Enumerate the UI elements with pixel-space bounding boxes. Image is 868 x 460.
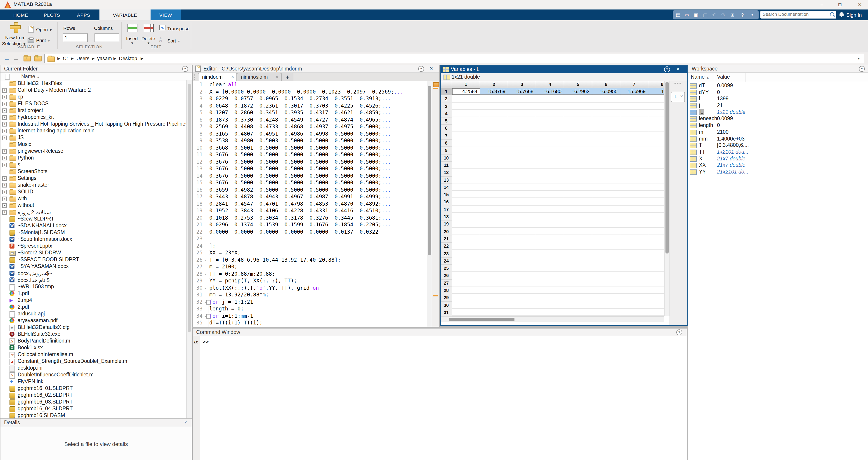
table-cell[interactable] <box>592 302 620 308</box>
table-cell[interactable] <box>508 206 536 213</box>
table-cell[interactable] <box>452 287 480 294</box>
table-cell[interactable]: 4.2584 <box>452 88 480 95</box>
column-header-2[interactable]: 2 <box>480 81 508 88</box>
table-cell[interactable] <box>452 96 480 103</box>
table-cell[interactable] <box>508 140 536 146</box>
chevron-down-icon[interactable]: ∨ <box>184 420 187 424</box>
insert-icon[interactable] <box>127 24 137 32</box>
table-cell[interactable] <box>592 250 620 257</box>
table-cell[interactable] <box>564 162 592 169</box>
table-cell[interactable] <box>620 221 648 228</box>
file-row[interactable]: Constant_Strength_SourceDoublet_Example.… <box>0 358 186 365</box>
table-cell[interactable] <box>592 287 620 294</box>
table-cell[interactable] <box>648 235 664 242</box>
table-cell[interactable] <box>452 191 480 198</box>
code-line[interactable]: 31-mm = 13.92/20.88*m; <box>193 291 427 298</box>
table-cell[interactable] <box>620 235 648 242</box>
table-row[interactable]: 30 <box>441 302 664 309</box>
details-header[interactable]: Details ∨ <box>0 419 192 427</box>
insert-button[interactable]: Insert <box>123 36 141 41</box>
table-cell[interactable] <box>564 265 592 272</box>
code-line[interactable]: 35-dT=TT(i+1)-TT(i); <box>193 320 427 326</box>
code-area[interactable]: 1-clear all2-X = [0.0000 0.0000 0.0000 0… <box>193 81 427 327</box>
table-cell[interactable] <box>480 302 508 308</box>
workspace-row-length[interactable]: length0 <box>688 122 868 129</box>
help-icon[interactable]: ? <box>738 10 747 20</box>
table-cell[interactable] <box>620 243 648 250</box>
column-header-4[interactable]: 4 <box>536 81 564 88</box>
code-line[interactable]: 32-−for j = 1:1:21 <box>193 298 427 305</box>
table-cell[interactable] <box>508 243 536 250</box>
file-row[interactable]: aryayasaman.pdf <box>0 317 186 324</box>
file-row[interactable]: desktop.ini <box>0 365 186 371</box>
table-cell[interactable] <box>480 125 508 132</box>
table-cell[interactable] <box>564 147 592 154</box>
table-cell[interactable] <box>620 213 648 220</box>
table-cell[interactable] <box>592 199 620 206</box>
file-row[interactable]: P~$present.pptx <box>0 243 186 250</box>
table-cell[interactable] <box>508 162 536 169</box>
file-row[interactable]: CollocationInternalise.m <box>0 351 186 358</box>
table-cell[interactable] <box>536 265 564 272</box>
file-row[interactable]: DBLHeliSuite32.exe <box>0 331 186 337</box>
table-cell[interactable] <box>452 228 480 235</box>
file-row[interactable]: ~$rotor2.SLDDRW <box>0 250 186 256</box>
file-row[interactable]: gpghmb16.SLDASM <box>0 412 186 419</box>
table-row[interactable]: 23 <box>441 250 664 258</box>
row-header-11[interactable]: 11 <box>441 162 452 169</box>
table-cell[interactable] <box>564 140 592 146</box>
warning-marker[interactable] <box>433 88 438 89</box>
file-row[interactable]: +Industrial Hot Tapping Services _ Hot T… <box>0 121 186 127</box>
breadcrumb-drive[interactable]: C: <box>63 54 68 63</box>
table-cell[interactable] <box>648 154 664 161</box>
table-cell[interactable] <box>452 258 480 265</box>
workspace-row-i[interactable]: i1399 <box>688 96 868 102</box>
table-cell[interactable] <box>648 96 664 103</box>
table-cell[interactable] <box>564 287 592 294</box>
column-header-1[interactable]: 1 <box>452 81 480 88</box>
row-header-4[interactable]: 4 <box>441 110 452 118</box>
code-line[interactable]: 50.1207 0.2860 0.3451 0.3935 0.4317 0.46… <box>193 109 427 117</box>
expand-icon[interactable]: + <box>2 136 7 140</box>
table-cell[interactable] <box>536 280 564 287</box>
table-cell[interactable] <box>536 309 564 316</box>
paste-icon[interactable]: ▢ <box>701 10 710 20</box>
table-cell[interactable] <box>452 140 480 146</box>
row-header-16[interactable]: 16 <box>441 199 452 206</box>
row-header-26[interactable]: 26 <box>441 272 452 280</box>
table-cell[interactable] <box>620 294 648 301</box>
table-cell[interactable] <box>508 235 536 242</box>
table-cell[interactable] <box>452 118 480 125</box>
tab-plots[interactable]: PLOTS <box>36 9 68 20</box>
row-header-18[interactable]: 18 <box>441 213 452 221</box>
table-cell[interactable] <box>452 294 480 301</box>
expand-icon[interactable]: + <box>2 190 7 194</box>
table-cell[interactable] <box>480 132 508 139</box>
table-row[interactable]: 18 <box>441 213 664 221</box>
table-cell[interactable] <box>536 154 564 161</box>
table-cell[interactable] <box>536 287 564 294</box>
table-cell[interactable] <box>452 103 480 110</box>
table-row[interactable]: 24 <box>441 258 664 265</box>
table-row[interactable]: 4 <box>441 110 664 118</box>
row-header-20[interactable]: 20 <box>441 228 452 235</box>
table-row[interactable]: 28 <box>441 287 664 294</box>
table-cell[interactable] <box>480 221 508 228</box>
table-cell[interactable] <box>536 125 564 132</box>
table-cell[interactable] <box>508 96 536 103</box>
variables-menu-icon[interactable]: ▼ <box>664 66 670 72</box>
table-cell[interactable] <box>508 213 536 220</box>
table-cell[interactable] <box>620 191 648 198</box>
table-cell[interactable] <box>564 191 592 198</box>
table-row[interactable]: 20 <box>441 228 664 235</box>
table-cell[interactable] <box>480 199 508 206</box>
table-cell[interactable] <box>508 302 536 308</box>
table-cell[interactable] <box>564 199 592 206</box>
table-cell[interactable] <box>564 302 592 308</box>
table-cell[interactable] <box>564 221 592 228</box>
code-line[interactable]: 160.3659 0.4982 0.5000 0.5000 0.5000 0.5… <box>193 187 427 193</box>
file-row[interactable]: +snake-master <box>0 182 186 189</box>
file-row[interactable]: +Python <box>0 155 186 161</box>
panel-menu-icon[interactable]: ▼ <box>182 66 188 72</box>
file-row[interactable]: gpghmb16_01.SLDPRT <box>0 385 186 392</box>
